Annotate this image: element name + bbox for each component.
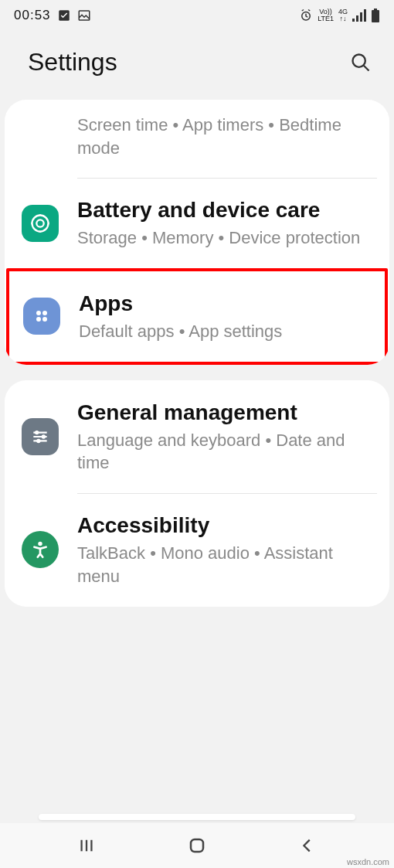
svg-point-15 xyxy=(42,317,47,322)
home-button[interactable] xyxy=(182,830,212,861)
svg-rect-3 xyxy=(352,19,355,22)
settings-group: General management Language and keyboard… xyxy=(5,380,389,607)
status-bar: 00:53 Vo)) LTE1 4G ↑↓ xyxy=(0,0,394,31)
search-button[interactable] xyxy=(349,51,372,74)
svg-point-9 xyxy=(353,54,365,66)
settings-item-apps[interactable]: Apps Default apps • App settings xyxy=(9,271,385,362)
svg-point-14 xyxy=(36,317,41,322)
apps-icon xyxy=(23,298,60,335)
accessibility-icon xyxy=(22,531,59,568)
status-time: 00:53 xyxy=(14,8,51,23)
item-title: Accessibility xyxy=(77,512,372,539)
alarm-icon xyxy=(299,9,313,22)
recents-button[interactable] xyxy=(71,830,102,861)
checkbox-icon xyxy=(57,9,71,22)
highlight-box: Apps Default apps • App settings xyxy=(6,268,388,365)
svg-point-16 xyxy=(35,431,39,434)
image-icon xyxy=(77,9,91,22)
recents-icon xyxy=(78,837,95,854)
item-title: Apps xyxy=(79,290,368,317)
svg-point-19 xyxy=(38,542,42,546)
back-icon xyxy=(299,837,316,854)
item-subtitle: Language and keyboard • Date and time xyxy=(77,429,372,475)
watermark: wsxdn.com xyxy=(347,857,389,866)
settings-item-battery-device-care[interactable]: Battery and device care Storage • Memory… xyxy=(5,178,389,268)
settings-item-accessibility[interactable]: Accessibility TalkBack • Mono audio • As… xyxy=(5,493,389,606)
item-title: General management xyxy=(77,399,372,426)
svg-point-18 xyxy=(36,439,40,443)
svg-rect-4 xyxy=(356,15,358,22)
item-subtitle: Default apps • App settings xyxy=(79,320,368,343)
scroll-indicator xyxy=(39,814,355,820)
search-icon xyxy=(350,52,372,73)
item-subtitle: TalkBack • Mono audio • Assistant menu xyxy=(77,542,372,587)
battery-icon xyxy=(371,9,380,22)
svg-rect-20 xyxy=(191,839,203,852)
svg-point-13 xyxy=(42,311,47,315)
signal-icon xyxy=(352,9,366,22)
svg-rect-7 xyxy=(374,9,377,10)
device-care-icon xyxy=(22,205,59,242)
navigation-bar xyxy=(0,823,394,868)
home-icon xyxy=(188,836,206,855)
blank-icon xyxy=(22,118,59,155)
page-title: Settings xyxy=(28,48,117,77)
svg-point-17 xyxy=(42,434,46,438)
svg-rect-6 xyxy=(364,9,366,22)
item-subtitle: Storage • Memory • Device protection xyxy=(77,226,372,250)
settings-group: Screen time • App timers • Bedtime mode … xyxy=(5,100,389,365)
settings-item-general-management[interactable]: General management Language and keyboard… xyxy=(5,380,389,493)
svg-point-10 xyxy=(32,215,49,231)
volte-indicator: Vo)) LTE1 xyxy=(318,9,334,22)
page-header: Settings xyxy=(0,31,394,100)
item-title: Battery and device care xyxy=(77,196,372,223)
svg-point-12 xyxy=(36,311,41,315)
item-subtitle: Screen time • App timers • Bedtime mode xyxy=(77,114,372,159)
sliders-icon xyxy=(22,418,59,455)
svg-rect-5 xyxy=(360,12,362,22)
network-indicator: 4G ↑↓ xyxy=(338,9,348,22)
settings-item-digital-wellbeing[interactable]: Screen time • App timers • Bedtime mode xyxy=(5,100,389,178)
svg-rect-8 xyxy=(372,10,379,22)
svg-point-11 xyxy=(36,220,43,226)
back-button[interactable] xyxy=(292,830,323,861)
